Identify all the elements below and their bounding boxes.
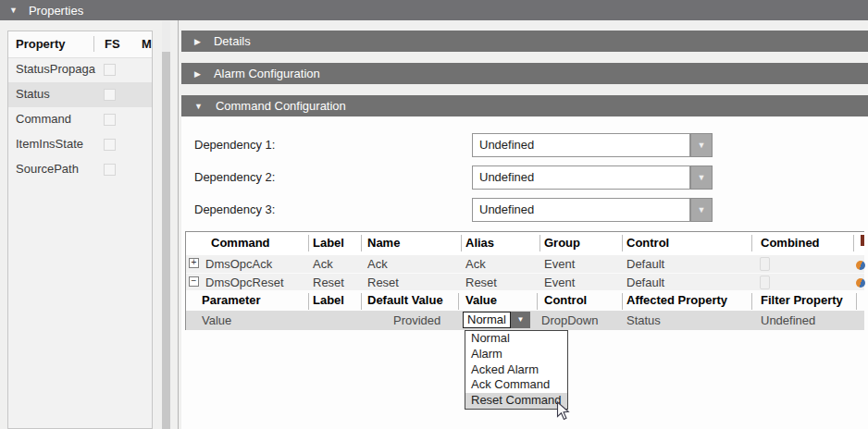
property-row-status[interactable]: Status — [8, 82, 152, 107]
column-divider — [853, 235, 854, 251]
column-header-m: M — [142, 37, 152, 51]
dropdown-value[interactable]: Undefined — [472, 198, 690, 222]
cell-control: Default — [626, 276, 664, 289]
cell-label: Ack — [313, 257, 333, 271]
column-divider — [361, 293, 362, 310]
column-divider — [539, 235, 540, 251]
column-divider — [308, 293, 309, 310]
dropdown-option-alarm[interactable]: Alarm — [465, 347, 567, 362]
cell-default-value: Provided — [393, 313, 440, 327]
properties-titlebar[interactable]: ▼ Properties — [0, 0, 868, 20]
col-label: Label — [313, 236, 344, 250]
cell-control: DropDown — [541, 313, 598, 327]
cell-affected-property: Status — [626, 313, 661, 327]
property-row-sourcepath[interactable]: SourcePath — [8, 157, 152, 182]
dropdown-option-reset-command[interactable]: Reset Command — [465, 393, 567, 409]
col-filter-property: Filter Property — [761, 293, 843, 307]
dropdown-value[interactable]: Undefined — [472, 133, 690, 157]
dependency-2-dropdown[interactable]: Undefined ▼ — [472, 165, 713, 190]
property-row-statuspropagation[interactable]: StatusPropaga — [8, 57, 152, 82]
col-value: Value — [465, 293, 497, 307]
dropdown-option-acked-alarm[interactable]: Acked Alarm — [465, 362, 567, 378]
command-table-header: Command Label Name Alias Group Control C… — [186, 232, 864, 255]
fs-checkbox[interactable] — [104, 89, 116, 101]
col-name: Name — [367, 236, 400, 250]
dependency-3-label: Dependency 3: — [194, 202, 275, 216]
command-row-dmsopcreset[interactable]: − DmsOpcReset Reset Reset Reset Event De… — [186, 274, 864, 291]
column-divider — [622, 235, 623, 251]
clipped-command-icon — [856, 278, 865, 288]
column-divider — [461, 235, 462, 251]
col-affected-property: Affected Property — [626, 293, 727, 307]
dropdown-option-normal[interactable]: Normal — [465, 331, 567, 347]
column-divider — [622, 293, 623, 310]
col-parameter: Parameter — [202, 293, 261, 307]
property-row-label: Status — [16, 87, 103, 101]
expanded-triangle-icon[interactable]: ▼ — [194, 102, 203, 111]
fs-checkbox[interactable] — [104, 139, 116, 151]
column-divider — [751, 235, 752, 251]
section-alarm-configuration[interactable]: ▶ Alarm Configuration — [181, 63, 868, 84]
collapse-minus-icon[interactable]: − — [189, 276, 199, 287]
chevron-down-icon[interactable]: ▼ — [690, 198, 713, 222]
cell-name: Reset — [367, 276, 399, 289]
vertical-scrollbar-thumb[interactable] — [162, 52, 170, 429]
section-label: Alarm Configuration — [214, 67, 320, 80]
property-row-label: StatusPropaga — [16, 62, 103, 76]
command-row-dmsopcack[interactable]: + DmsOpcAck Ack Ack Ack Event Default — [186, 255, 864, 274]
dependency-1-label: Dependency 1: — [194, 138, 275, 152]
collapse-triangle-icon[interactable]: ▼ — [9, 6, 18, 15]
parameter-table-header: Parameter Label Default Value Value Cont… — [186, 290, 864, 311]
expand-plus-icon[interactable]: + — [189, 258, 199, 268]
cell-alias: Ack — [465, 257, 486, 271]
dropdown-option-ack-command[interactable]: Ack Command — [465, 377, 567, 393]
value-dropdown-value[interactable]: Normal — [463, 312, 511, 328]
property-row-label: SourcePath — [16, 162, 103, 176]
clipped-command-icon — [856, 261, 865, 270]
section-label: Command Configuration — [216, 99, 346, 113]
cell-parameter: Value — [202, 313, 231, 327]
chevron-down-icon[interactable]: ▼ — [690, 165, 713, 190]
fs-checkbox[interactable] — [104, 164, 116, 176]
property-grid-header: Property FS M — [8, 31, 152, 58]
col-group: Group — [544, 236, 580, 250]
section-command-configuration[interactable]: ▼ Command Configuration — [181, 95, 868, 116]
column-header-fs: FS — [105, 37, 120, 51]
col-combined: Combined — [761, 236, 820, 250]
property-row-label: ItemInsState — [16, 137, 103, 151]
dropdown-value[interactable]: Undefined — [472, 165, 690, 190]
section-details[interactable]: ▶ Details — [181, 31, 868, 52]
dependency-3-dropdown[interactable]: Undefined ▼ — [472, 198, 713, 222]
chevron-down-icon[interactable]: ▼ — [511, 312, 530, 328]
dependency-1-dropdown[interactable]: Undefined ▼ — [472, 133, 713, 157]
value-dropdown-popup: Normal Alarm Acked Alarm Ack Command Res… — [465, 330, 568, 410]
chevron-down-icon[interactable]: ▼ — [690, 133, 713, 157]
column-divider — [458, 293, 459, 310]
col-alias: Alias — [465, 236, 494, 250]
combined-checkbox[interactable] — [760, 276, 770, 289]
command-table: Command Label Name Alias Group Control C… — [185, 231, 864, 330]
fs-checkbox[interactable] — [104, 64, 116, 76]
col-control: Control — [626, 236, 669, 250]
cell-command: DmsOpcAck — [205, 257, 272, 271]
property-grid: Property FS M StatusPropaga Status Comma… — [7, 31, 153, 429]
col-control: Control — [544, 293, 587, 307]
cell-group: Event — [544, 257, 575, 271]
value-dropdown[interactable]: Normal ▼ — [463, 312, 531, 328]
col-command: Command — [211, 236, 270, 250]
fs-checkbox[interactable] — [104, 114, 116, 126]
property-row-command[interactable]: Command — [8, 107, 152, 132]
clipped-column-header-fragment — [861, 235, 864, 246]
cell-name: Ack — [367, 257, 388, 271]
col-label: Label — [313, 293, 344, 307]
parameter-row-value[interactable]: Value Provided Normal ▼ DropDown Status … — [186, 311, 864, 330]
cell-filter-property: Undefined — [761, 313, 815, 327]
dependency-2-label: Dependency 2: — [194, 170, 275, 184]
combined-checkbox[interactable] — [760, 257, 770, 271]
column-divider — [537, 293, 538, 310]
column-header-property: Property — [16, 37, 65, 51]
collapsed-triangle-icon[interactable]: ▶ — [194, 69, 201, 79]
collapsed-triangle-icon[interactable]: ▶ — [194, 37, 201, 46]
property-row-iteminsstate[interactable]: ItemInsState — [8, 132, 152, 157]
column-divider — [751, 293, 752, 310]
